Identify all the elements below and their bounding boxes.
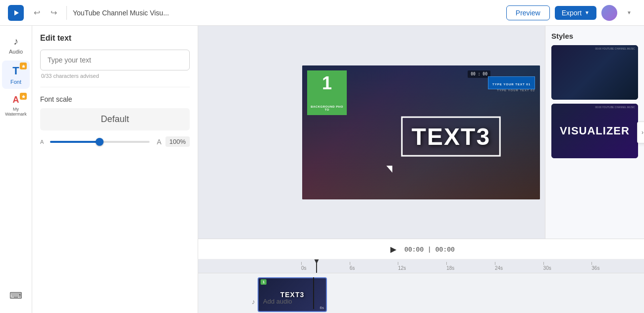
sidebar-bottom: ⌨ — [2, 286, 30, 313]
text-overlay-2: TYPE YOUR TEXT 02 — [497, 84, 535, 93]
green-box-label: BACKGROUND PHOTO — [310, 105, 344, 111]
main-layout: ♪ Audio T Font A My Watermark ⌨ Edit tex… — [0, 26, 644, 313]
slider-label-small: A — [40, 139, 46, 145]
app-logo[interactable] — [8, 5, 24, 21]
ruler-mark-0s: 0s — [301, 262, 350, 271]
main-text: TEXT3 — [412, 123, 490, 149]
export-label: Export — [562, 9, 582, 17]
avatar[interactable] — [601, 5, 617, 21]
percent-display: 100% — [165, 136, 190, 147]
sidebar-label-font: Font — [10, 79, 21, 85]
styles-next-button[interactable]: › — [637, 122, 644, 143]
green-box-number: 1 — [322, 74, 332, 92]
font-scale-label: Font scale — [40, 95, 190, 103]
sidebar-icons: ♪ Audio T Font A My Watermark ⌨ — [0, 26, 32, 313]
timeline-ruler: 0s 6s 12s 18s — [198, 259, 644, 273]
styles-title: Styles — [551, 32, 638, 40]
export-chevron: ▼ — [585, 10, 590, 15]
sidebar-item-keyboard[interactable]: ⌨ — [2, 286, 30, 305]
slider-label-large: A — [154, 138, 161, 146]
style-card-2-preview: 00:06 YOUTUBE CHANNEL MUSIC VISUALIZER — [551, 104, 638, 158]
slider-fill — [50, 141, 100, 143]
clip-number: 1 — [261, 279, 267, 285]
sidebar-label-audio: Audio — [9, 49, 23, 55]
ruler-mark-36s: 36s — [591, 262, 640, 271]
play-button[interactable]: ▶ — [387, 243, 399, 255]
ruler-mark-24s: 24s — [495, 262, 543, 271]
ruler-mark-12s: 12s — [398, 262, 446, 271]
time-display: 00:00 | 00:00 — [404, 246, 455, 253]
sidebar-item-watermark[interactable]: A My Watermark — [2, 91, 30, 121]
watermark-icon: A — [13, 95, 19, 105]
audio-row: ♪ Add audio — [252, 294, 640, 309]
watermark-badge — [20, 93, 27, 100]
char-count: 0/33 characters advised — [41, 73, 190, 79]
style-card-1[interactable]: 00:06 YOUTUBE CHANNEL MUSIC — [551, 45, 638, 100]
ruler-inner: 0s 6s 12s 18s — [301, 259, 640, 273]
divider — [66, 6, 67, 20]
slider-track — [50, 141, 150, 143]
ruler-mark-18s: 18s — [446, 262, 495, 271]
ruler-mark-6s: 6s — [350, 262, 398, 271]
topbar: ↩ ↪ YouTube Channel Music Visu... Previe… — [0, 0, 644, 26]
keyboard-icon: ⌨ — [9, 290, 22, 301]
track-playhead — [313, 277, 314, 309]
style-card-1-label: 00:06 YOUTUBE CHANNEL MUSIC — [554, 47, 635, 50]
audio-icon: ♪ — [13, 36, 18, 47]
divider-1 — [40, 87, 190, 87]
audio-row-icon: ♪ — [252, 298, 255, 306]
sidebar-item-font[interactable]: T Font — [2, 61, 30, 89]
svg-marker-0 — [14, 10, 19, 15]
styles-panel: Styles 00:06 YOUTUBE CHANNEL MUSIC 00:06… — [545, 26, 644, 239]
font-icon: T — [12, 64, 19, 77]
font-badge — [20, 63, 27, 69]
topbar-actions: ↩ ↪ — [30, 6, 60, 20]
style-2-top-label: 00:06 YOUTUBE CHANNEL MUSIC — [554, 106, 635, 109]
video-preview: 1 BACKGROUND PHOTO 00 : 00 TYPE YOUR TEX… — [302, 65, 540, 199]
ruler-mark-30s: 30s — [543, 262, 592, 271]
topbar-right: Preview Export ▼ ▼ — [506, 5, 636, 21]
scale-display: Default — [40, 108, 190, 130]
video-bg: 1 BACKGROUND PHOTO 00 : 00 TYPE YOUR TEX… — [302, 65, 540, 199]
sidebar-item-audio[interactable]: ♪ Audio — [2, 32, 30, 59]
edit-panel-title: Edit text — [40, 34, 190, 43]
timeline-area: ▶ 00:00 | 00:00 0s 6s — [198, 239, 644, 313]
redo-button[interactable]: ↪ — [47, 6, 60, 20]
timeline-controls: ▶ 00:00 | 00:00 — [198, 239, 644, 259]
svg-marker-2 — [21, 94, 25, 98]
user-menu-button[interactable]: ▼ — [622, 6, 636, 20]
ruler-playhead — [316, 259, 317, 273]
sidebar-label-watermark: My Watermark — [4, 107, 28, 117]
speech-bubble-tail — [386, 166, 392, 173]
timeline-left — [202, 277, 252, 309]
timeline-tracks: 1 TEXT3 6s ♪ Add audio — [198, 273, 644, 313]
style-card-2[interactable]: 00:06 YOUTUBE CHANNEL MUSIC VISUALIZER — [551, 104, 638, 158]
ruler-marks: 0s 6s 12s 18s — [301, 262, 640, 271]
style-card-1-preview: 00:06 YOUTUBE CHANNEL MUSIC — [551, 45, 638, 100]
timeline-right: 1 TEXT3 6s ♪ Add audio — [252, 277, 640, 309]
undo-button[interactable]: ↩ — [30, 6, 44, 20]
edit-panel: Edit text 0/33 characters advised Font s… — [32, 26, 198, 313]
text-input[interactable] — [40, 50, 190, 70]
slider-thumb[interactable] — [96, 138, 104, 146]
main-text-box: TEXT3 — [401, 116, 501, 156]
add-audio-button[interactable]: Add audio — [259, 296, 296, 307]
preview-button[interactable]: Preview — [506, 5, 550, 20]
play-icon: ▶ — [390, 245, 396, 254]
svg-marker-1 — [21, 64, 25, 67]
timer-box: 00 : 00 — [468, 70, 490, 78]
canvas-area: 1 BACKGROUND PHOTO 00 : 00 TYPE YOUR TEX… — [198, 26, 644, 313]
canvas-main: 1 BACKGROUND PHOTO 00 : 00 TYPE YOUR TEX… — [198, 26, 644, 239]
export-button[interactable]: Export ▼ — [555, 6, 596, 20]
green-box: 1 BACKGROUND PHOTO — [307, 70, 347, 115]
style-2-text: VISUALIZER — [560, 125, 630, 137]
project-title: YouTube Channel Music Visu... — [73, 9, 500, 17]
slider-row: A A 100% — [40, 136, 190, 147]
font-scale-slider[interactable] — [50, 137, 150, 147]
